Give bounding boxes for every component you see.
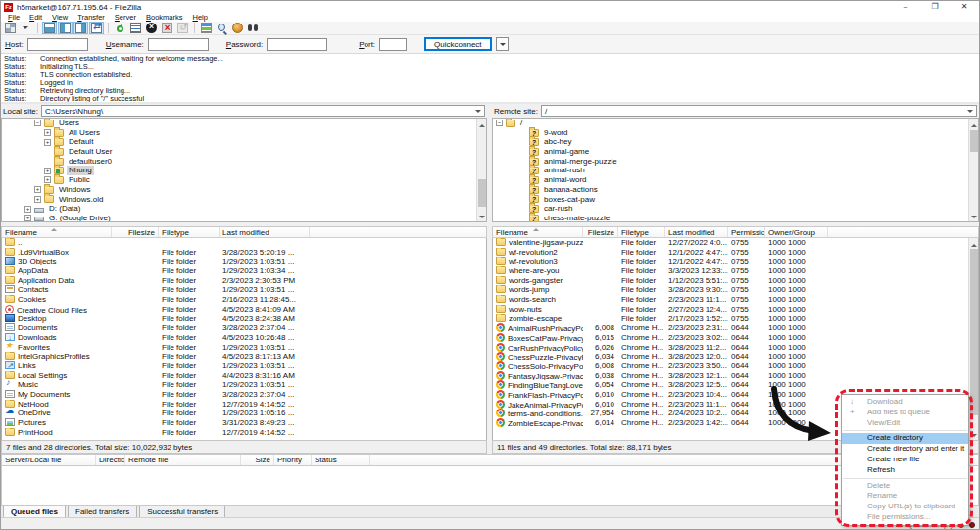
file-row[interactable]: 3D ObjectsFile folder1/29/2023 1:03:51 .… — [2, 257, 486, 266]
tab-failed-transfers[interactable]: Failed transfers — [68, 506, 137, 517]
scroll-up-arrow[interactable] — [477, 119, 487, 128]
column-header-filesize[interactable]: Filesize — [112, 227, 159, 237]
column-header-filetype[interactable]: Filetype — [618, 227, 665, 237]
close-button[interactable]: ✕ — [950, 1, 979, 13]
chevron-down-icon[interactable] — [965, 106, 976, 116]
chevron-down-icon[interactable] — [473, 106, 484, 116]
scrollbar-thumb[interactable] — [970, 249, 978, 415]
file-row[interactable]: ChessSolo-PrivacyPoli...6,008Chrome H...… — [493, 361, 978, 371]
toggle-queue-button[interactable] — [89, 22, 104, 34]
file-row[interactable]: .. — [2, 238, 486, 248]
column-header-last-modified[interactable]: Last modified — [665, 227, 728, 237]
vertical-scrollbar[interactable] — [968, 238, 978, 440]
vertical-scrollbar[interactable] — [968, 119, 978, 221]
find-files-button[interactable] — [246, 22, 261, 34]
tree-item-d-data[interactable]: +D: (Data) — [2, 204, 486, 214]
queue-column-direction[interactable]: Direction — [96, 455, 125, 465]
queue-column-priority[interactable]: Priority — [274, 455, 312, 465]
tree-item-chess-mate-puzzle[interactable]: chess-mate-puzzle — [493, 214, 978, 222]
file-row[interactable]: PrintHoodFile folder12/7/2019 4:14:52 ..… — [2, 428, 486, 438]
file-row[interactable]: NetHoodFile folder12/7/2019 4:14:52 ... — [2, 400, 486, 410]
column-header-filetype[interactable]: Filetype — [159, 227, 220, 237]
tree-item-[interactable]: −/ — [493, 119, 978, 128]
filter-button[interactable] — [199, 22, 214, 34]
file-row[interactable]: Local SettingsFile folder4/4/2023 8:31:1… — [2, 371, 486, 381]
file-row[interactable]: BoxesCatPaw-Privacy...6,015Chrome H...2/… — [493, 333, 978, 343]
queue-column-remote-file[interactable]: Remote file — [125, 455, 241, 465]
speed-limit-red-icon[interactable] — [969, 522, 975, 528]
tree-item-animal-word[interactable]: animal-word — [493, 175, 978, 185]
tree-item-banana-actions[interactable]: banana-actions — [493, 185, 978, 195]
disconnect-button[interactable] — [160, 22, 174, 34]
expander-plus-icon[interactable]: + — [44, 129, 51, 136]
toggle-local-tree-button[interactable] — [58, 22, 73, 34]
scrollbar-thumb[interactable] — [970, 130, 978, 152]
tree-item-all-users[interactable]: +All Users — [2, 128, 486, 138]
column-header-permissions[interactable]: Permissions — [728, 227, 765, 237]
tree-item-default[interactable]: +Default — [2, 137, 486, 147]
tree-item-users[interactable]: −Users — [2, 119, 486, 128]
menu-item-file-permissions[interactable]: File permissions... — [842, 512, 968, 523]
tab-queued-files[interactable]: Queued files — [3, 506, 66, 517]
file-row[interactable]: DesktopFile folder4/5/2023 8:24:38 AM — [2, 314, 486, 324]
queue-column-size[interactable]: Size — [241, 455, 274, 465]
port-input[interactable] — [379, 38, 407, 51]
expander-plus-icon[interactable]: + — [44, 168, 51, 174]
process-queue-button[interactable] — [128, 22, 143, 34]
tree-item-nhung[interactable]: +Nhung — [2, 166, 486, 175]
expander-plus-icon[interactable]: + — [34, 186, 41, 193]
menu-edit[interactable]: Edit — [24, 13, 47, 22]
tree-item-car-rush[interactable]: car-rush — [493, 204, 978, 214]
file-row[interactable]: valentine-jigsaw-puzzleFile folder12/27/… — [493, 238, 978, 248]
file-row[interactable]: .Ld9VirtualBoxFile folder3/28/2023 5:20:… — [2, 248, 486, 258]
file-row[interactable]: wow-nutsFile folder2/27/2023 12:4...0755… — [493, 305, 978, 314]
menu-item-rename[interactable]: Rename — [842, 491, 968, 502]
tree-item-windows-old[interactable]: +Windows.old — [2, 195, 486, 205]
menu-item-view-edit[interactable]: View/Edit — [842, 418, 968, 429]
refresh-button[interactable] — [113, 22, 127, 34]
menu-item-refresh[interactable]: Refresh — [842, 465, 968, 476]
file-row[interactable]: PicturesFile folder3/31/2023 8:49:23 ... — [2, 418, 486, 428]
queue-column-server-local-file[interactable]: Server/Local file — [2, 455, 96, 465]
file-row[interactable]: Application DataFile folder2/3/2023 2:30… — [2, 276, 486, 286]
tree-item-animal-merge-puzzle[interactable]: animal-merge-puzzle — [493, 157, 978, 167]
file-row[interactable]: CarRushPrivacyPolicy...6,026Chrome H...3… — [493, 343, 978, 353]
file-row[interactable]: My DocumentsFile folder3/28/2023 2:37:04… — [2, 390, 486, 400]
column-header-filesize[interactable]: Filesize — [583, 227, 618, 237]
file-row[interactable]: FantasyJigsaw-Privacy...6,038Chrome H...… — [493, 371, 978, 381]
file-row[interactable]: AppDataFile folder1/29/2023 1:03:34 ... — [2, 266, 486, 276]
scrollbar-thumb[interactable] — [478, 179, 486, 207]
menu-item-create-new-file[interactable]: Create new file — [842, 455, 968, 465]
menu-server[interactable]: Server — [110, 13, 141, 22]
sync-browse-button[interactable] — [230, 22, 245, 34]
minimize-button[interactable]: – — [891, 1, 920, 13]
menu-item-download[interactable]: ↓Download — [842, 397, 968, 408]
local-site-combo[interactable]: C:\Users\Nhung\ — [41, 105, 485, 117]
tree-item-abc-hey[interactable]: abc-hey — [493, 137, 978, 147]
file-row[interactable]: ContactsFile folder1/29/2023 1:03:51 ... — [2, 285, 486, 295]
file-row[interactable]: zombie-escapeFile folder2/17/2023 1:52:.… — [493, 314, 978, 324]
column-header-owner-group[interactable]: Owner/Group — [765, 227, 828, 237]
scroll-down-arrow[interactable] — [969, 212, 979, 221]
tab-successful-transfers[interactable]: Successful transfers — [139, 506, 225, 517]
menu-item-create-directory-and-enter-it[interactable]: Create directory and enter it — [842, 444, 968, 455]
tree-item-animal-game[interactable]: animal-game — [493, 147, 978, 157]
scroll-down-arrow[interactable] — [969, 430, 979, 440]
file-row[interactable]: AnimalRushPrivacyPo...6,008Chrome H...2/… — [493, 323, 978, 333]
file-row[interactable]: CookiesFile folder2/16/2023 11:28:45... — [2, 295, 486, 305]
column-header-filename[interactable]: Filename — [493, 227, 583, 237]
remote-site-combo[interactable]: / — [541, 105, 977, 117]
file-row[interactable]: FavoritesFile folder1/29/2023 1:03:51 ..… — [2, 343, 486, 353]
file-row[interactable]: IntelGraphicsProfilesFile folder4/5/2023… — [2, 352, 486, 361]
tree-item-boxes-cat-paw[interactable]: boxes-cat-paw — [493, 195, 978, 205]
menu-item-create-directory[interactable]: Create directory — [842, 433, 968, 444]
file-row[interactable]: words-searchFile folder2/23/2023 11:1...… — [493, 295, 978, 305]
scroll-down-arrow[interactable] — [477, 212, 487, 221]
column-header-last-modified[interactable]: Last modified — [220, 227, 310, 237]
tree-item-g-google-drive[interactable]: +G: (Google Drive) — [2, 214, 486, 222]
scroll-up-arrow[interactable] — [969, 119, 979, 128]
file-row[interactable]: MusicFile folder1/29/2023 1:03:51 ... — [2, 380, 486, 390]
site-manager-caret-button[interactable] — [19, 22, 33, 34]
menu-item-delete[interactable]: Delete — [842, 481, 968, 492]
file-row[interactable]: DocumentsFile folder3/28/2023 2:37:04 ..… — [2, 323, 486, 333]
